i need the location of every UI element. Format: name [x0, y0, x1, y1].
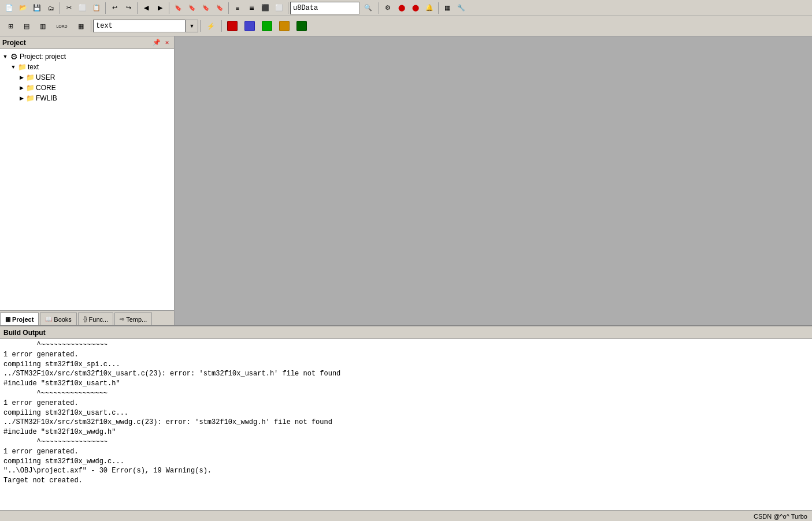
build-output: Build Output ^~~~~~~~~~~~~~~~~1 error ge… — [0, 325, 812, 510]
tree-root[interactable]: ▼ ⚙ Project: project — [0, 51, 174, 62]
save-button[interactable]: 💾 — [31, 2, 43, 14]
green1-btn[interactable] — [259, 18, 275, 34]
sep9 — [91, 20, 91, 32]
copy-button[interactable]: ⬜ — [76, 2, 89, 14]
indent2-button[interactable]: ≣ — [245, 2, 258, 14]
editor-area[interactable] — [175, 36, 812, 325]
sep10 — [200, 20, 201, 32]
close-icon[interactable]: ✕ — [162, 38, 172, 47]
toolbar-area: 📄 📂 💾 🗂 ✂ ⬜ 📋 ↩ ↪ ◀ ▶ 🔖 🔖 🔖 🔖 — [0, 0, 812, 36]
build-line: #include "stm32f10x_wwdg.h" — [3, 427, 809, 437]
cmd3-button[interactable]: ⬤ — [409, 2, 422, 14]
color-btns — [224, 18, 310, 34]
build-line: ^~~~~~~~~~~~~~~~~ — [3, 340, 809, 350]
functions-tab-icon: {} — [83, 316, 87, 322]
new-button[interactable]: 📄 — [3, 2, 16, 14]
build-btn4[interactable]: ▦ — [73, 18, 88, 34]
build-line: ^~~~~~~~~~~~~~~~~ — [3, 389, 809, 399]
indent-tools: ≡ ≣ ⬛ ⬜ — [231, 2, 286, 14]
build-line: compiling stm32f10x_wwdg.c... — [3, 457, 809, 467]
save-all-button[interactable]: 🗂 — [45, 2, 57, 14]
build-btn2[interactable]: ▤ — [19, 18, 34, 34]
sep1 — [60, 2, 60, 14]
text-expand-icon[interactable]: ▼ — [9, 63, 17, 71]
sep8 — [438, 2, 439, 14]
red-btn[interactable] — [224, 18, 240, 34]
bookmark1-button[interactable]: 🔖 — [172, 2, 184, 14]
action-tools: ⚡ — [202, 18, 220, 34]
build-content[interactable]: ^~~~~~~~~~~~~~~~~1 error generated.compi… — [0, 339, 812, 510]
orange-btn[interactable] — [276, 18, 292, 34]
next-button[interactable]: ▶ — [154, 2, 166, 14]
open-button[interactable]: 📂 — [17, 2, 29, 14]
target-input[interactable]: text — [93, 20, 186, 32]
build-line: 1 error generated. — [3, 399, 809, 408]
tree-text-folder[interactable]: ▼ 📁 text — [0, 62, 174, 72]
edit-tools: ✂ ⬜ 📋 — [62, 2, 103, 14]
cmd2-button[interactable]: ⬤ — [395, 2, 408, 14]
bookmark-tools: 🔖 🔖 🔖 🔖 — [171, 2, 227, 14]
panel-icon-group: 📌 ✕ — [152, 38, 172, 47]
nav-tools: ◀ ▶ — [139, 2, 167, 14]
status-bar: CSDN @^o^ Turbo — [0, 510, 812, 521]
search-input[interactable] — [290, 2, 359, 14]
status-text: CSDN @^o^ Turbo — [754, 513, 807, 520]
build-btn1[interactable]: ⊞ — [3, 18, 18, 34]
bookmark4-button[interactable]: 🔖 — [213, 2, 226, 14]
build-line: compiling stm32f10x_usart.c... — [3, 408, 809, 418]
books-tab-icon: 📖 — [45, 316, 52, 322]
panel-title: Project — [2, 39, 26, 47]
build-output-title: Build Output — [3, 329, 46, 337]
text-folder-label: text — [28, 63, 39, 71]
undo-button[interactable]: ↩ — [108, 2, 121, 14]
find-button[interactable]: 🔍 — [360, 2, 376, 14]
cmd-tools: ⚙ ⬤ ⬤ 🔔 ▦ 🔧 — [381, 2, 468, 14]
core-expand-icon[interactable]: ▶ — [17, 84, 25, 92]
action-btn1[interactable]: ⚡ — [203, 18, 219, 34]
sep7 — [379, 2, 379, 14]
bookmark3-button[interactable]: 🔖 — [199, 2, 212, 14]
tab-books[interactable]: 📖 Books — [40, 312, 77, 325]
blue-btn[interactable] — [242, 18, 258, 34]
tree-fwlib-folder[interactable]: ▶ 📁 FWLIB — [0, 93, 174, 103]
functions-tab-label: Func... — [89, 316, 109, 323]
cmd1-button[interactable]: ⚙ — [381, 2, 394, 14]
paste-button[interactable]: 📋 — [90, 2, 103, 14]
fwlib-expand-icon[interactable]: ▶ — [17, 94, 25, 102]
templates-tab-icon: ⇨ — [120, 316, 124, 322]
fwlib-folder-label: FWLIB — [36, 94, 57, 102]
target-dropdown-button[interactable]: ▼ — [186, 20, 198, 32]
tab-templates[interactable]: ⇨ Temp... — [114, 312, 152, 325]
prev-button[interactable]: ◀ — [140, 2, 153, 14]
undo-tools: ↩ ↪ — [107, 2, 135, 14]
pin-icon[interactable]: 📌 — [152, 38, 161, 47]
toolbar-row2: ⊞ ▤ ▥ LOAD ▦ text ▼ ⚡ — [0, 16, 812, 36]
project-panel: Project 📌 ✕ ▼ ⚙ Project: project ▼ 📁 tex — [0, 36, 175, 325]
tree-user-folder[interactable]: ▶ 📁 USER — [0, 72, 174, 83]
panel-header: Project 📌 ✕ — [0, 36, 174, 49]
build-line: Target not created. — [3, 476, 809, 486]
build-line: ../STM32F10x/src/stm32f10x_usart.c(23): … — [3, 369, 809, 379]
build-btn3[interactable]: ▥ — [35, 18, 50, 34]
bookmark2-button[interactable]: 🔖 — [186, 2, 198, 14]
tree-core-folder[interactable]: ▶ 📁 CORE — [0, 83, 174, 93]
tab-functions[interactable]: {} Func... — [78, 312, 113, 325]
indent4-button[interactable]: ⬜ — [273, 2, 286, 14]
indent3-button[interactable]: ⬛ — [259, 2, 272, 14]
core-folder-icon: 📁 — [25, 83, 35, 92]
user-expand-icon[interactable]: ▶ — [17, 73, 25, 81]
load-image-button[interactable]: LOAD — [51, 18, 72, 34]
project-tree: ▼ ⚙ Project: project ▼ 📁 text ▶ 📁 USER — [0, 49, 174, 310]
indent1-button[interactable]: ≡ — [231, 2, 244, 14]
build-line: #include "stm32f10x_usart.h" — [3, 379, 809, 389]
cmd4-button[interactable]: 🔔 — [423, 2, 436, 14]
redo-button[interactable]: ↪ — [122, 2, 135, 14]
tab-project[interactable]: ▦ Project — [0, 312, 39, 325]
target-section: text ▼ — [93, 20, 198, 32]
grid-button[interactable]: ▦ — [441, 2, 454, 14]
cut-button[interactable]: ✂ — [62, 2, 75, 14]
green2-btn[interactable] — [294, 18, 310, 34]
templates-tab-label: Temp... — [126, 316, 147, 323]
wrench-button[interactable]: 🔧 — [455, 2, 468, 14]
root-expand-icon[interactable]: ▼ — [1, 53, 9, 61]
